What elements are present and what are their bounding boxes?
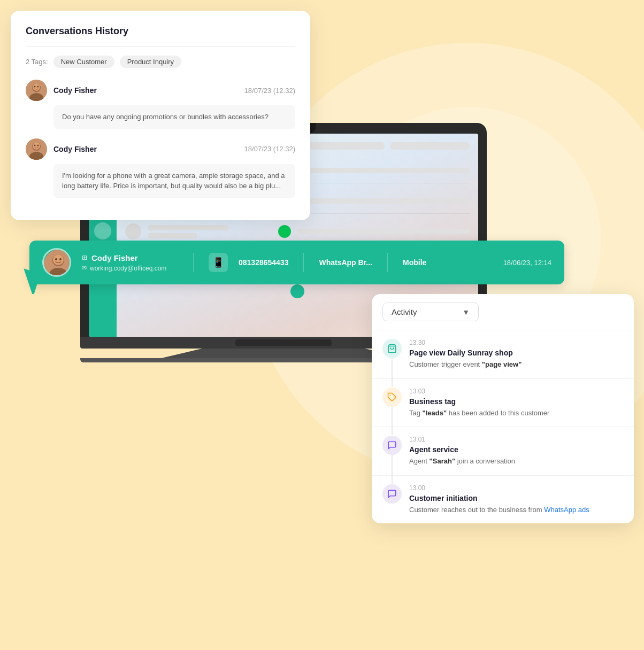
chat-icon-3 — [387, 440, 397, 450]
contact-device-field: Mobile — [403, 258, 426, 267]
conv-name-1: Cody Fisher — [53, 86, 97, 95]
activity-desc-2: Tag "leads" has been added to this custo… — [409, 408, 623, 419]
svg-point-15 — [53, 254, 64, 265]
activity-item-4: 13.00 Customer initiation Customer reach… — [372, 476, 634, 524]
svg-point-4 — [34, 86, 36, 88]
contact-date: 18/06/23, 12:14 — [503, 259, 551, 267]
conv-name-2: Cody Fisher — [53, 145, 97, 153]
contact-device-value: Mobile — [403, 258, 426, 267]
tag-icon — [387, 392, 397, 402]
activity-time-2: 13.03 — [409, 388, 623, 395]
whatsapp-badge-icon: 📱 — [212, 257, 224, 268]
contact-channel-field: WhatsApp Br... — [319, 258, 372, 267]
list-bars-3 — [148, 225, 272, 238]
contact-phone-value: 081328654433 — [239, 258, 288, 267]
activity-title-4: Customer initiation — [409, 494, 623, 502]
contact-separator-3 — [387, 253, 388, 272]
avatar-1 — [26, 80, 47, 101]
activity-desc-1: Customer trigger event "page view" — [409, 359, 623, 370]
contact-separator-2 — [303, 253, 304, 272]
activity-time-4: 13.00 — [409, 484, 623, 492]
contact-email: working.cody@officeq.com — [90, 265, 166, 272]
laptop-base-notch — [235, 339, 332, 346]
conv-date-2: 18/07/23 (12.32) — [244, 145, 295, 153]
list-bar-3b — [148, 233, 197, 238]
list-avatar-3 — [125, 223, 141, 239]
activity-title-3: Agent service — [409, 445, 623, 454]
activity-body-4: 13.00 Customer initiation Customer reach… — [409, 484, 623, 515]
activity-list: 13.30 Page view Daily Sunray shop Custom… — [372, 330, 634, 523]
activity-title-1: Page view Daily Sunray shop — [409, 349, 623, 357]
arrow-icon — [17, 262, 49, 294]
shopping-bag-icon — [387, 344, 397, 353]
conv-item-1: Cody Fisher 18/07/23 (12.32) Do you have… — [26, 80, 295, 129]
svg-point-5 — [37, 86, 39, 88]
tag-product-inquiry[interactable]: Product Inquiry — [120, 56, 181, 68]
contact-separator-1 — [193, 253, 194, 272]
contact-phone-field: 081328654433 — [239, 258, 288, 267]
conv-meta-1: Cody Fisher 18/07/23 (12.32) — [53, 86, 295, 95]
activity-body-1: 13.30 Page view Daily Sunray shop Custom… — [409, 339, 623, 370]
svg-marker-18 — [17, 262, 49, 294]
activity-title-2: Business tag — [409, 397, 623, 406]
content-bar-3 — [390, 142, 470, 150]
bottom-circle — [290, 284, 304, 298]
contact-info: ⊞ Cody Fisher ✉ working.cody@officeq.com — [82, 253, 178, 272]
activity-dropdown-label: Activity — [392, 307, 417, 316]
contact-name: Cody Fisher — [91, 253, 138, 262]
content-bar-2 — [305, 142, 385, 150]
nav-arrow[interactable] — [17, 262, 49, 296]
conv-item-2-header: Cody Fisher 18/07/23 (12.32) — [26, 138, 295, 160]
activity-desc-4: Customer reaches out to the business fro… — [409, 505, 623, 515]
activity-desc-3: Agent "Sarah" join a conversation — [409, 456, 623, 467]
svg-point-17 — [59, 258, 62, 260]
list-bar-1c — [297, 168, 470, 173]
svg-point-11 — [37, 144, 39, 146]
whatsapp-ads-link[interactable]: WhatsApp ads — [544, 506, 589, 514]
avatar-1-img — [26, 80, 47, 101]
contact-bar: ⊞ Cody Fisher ✉ working.cody@officeq.com… — [29, 241, 564, 284]
conv-card-title: Conversations History — [26, 26, 295, 37]
contact-name-row: ⊞ Cody Fisher — [82, 253, 178, 262]
activity-body-3: 13.01 Agent service Agent "Sarah" join a… — [409, 436, 623, 467]
conv-item-2: Cody Fisher 18/07/23 (12.32) I'm looking… — [26, 138, 295, 198]
email-icon: ✉ — [82, 265, 87, 272]
conv-message-2: I'm looking for a phone with a great cam… — [53, 164, 295, 198]
activity-item-3: 13.01 Agent service Agent "Sarah" join a… — [372, 427, 634, 476]
chevron-down-icon: ▼ — [462, 308, 470, 316]
conv-date-1: 18/07/23 (12.32) — [244, 87, 295, 95]
tags-row: 2 Tags: New Customer Product Inquiry — [26, 56, 295, 68]
channel-badge-icon: 📱 — [209, 253, 228, 272]
sidebar-circle-4 — [94, 222, 111, 239]
activity-time-3: 13.01 — [409, 436, 623, 443]
conv-divider — [26, 47, 295, 47]
activity-icon-2 — [382, 388, 402, 407]
conv-item-1-header: Cody Fisher 18/07/23 (12.32) — [26, 80, 295, 101]
svg-point-3 — [33, 83, 40, 91]
svg-point-10 — [34, 144, 36, 146]
tag-new-customer[interactable]: New Customer — [53, 56, 114, 68]
conv-message-1: Do you have any ongoing promotions or bu… — [53, 105, 295, 129]
svg-point-16 — [55, 258, 57, 260]
line-icon — [278, 225, 291, 238]
list-bar-2c — [297, 198, 470, 204]
contact-channel-value: WhatsApp Br... — [319, 258, 372, 267]
activity-icon-3 — [382, 436, 402, 455]
activity-body-2: 13.03 Business tag Tag "leads" has been … — [409, 388, 623, 419]
activity-item-2: 13.03 Business tag Tag "leads" has been … — [372, 379, 634, 428]
activity-icon-4 — [382, 484, 402, 504]
chat-icon-4 — [387, 489, 397, 499]
list-bar-3c — [297, 229, 470, 234]
conversations-card: Conversations History 2 Tags: New Custom… — [11, 11, 310, 220]
activity-dropdown[interactable]: Activity ▼ — [382, 303, 479, 321]
activity-header: Activity ▼ — [372, 294, 634, 330]
avatar-2 — [26, 138, 47, 160]
conv-meta-2: Cody Fisher 18/07/23 (12.32) — [53, 145, 295, 153]
layers-icon: ⊞ — [82, 254, 87, 261]
list-bar-3a — [148, 225, 228, 230]
tags-label: 2 Tags: — [26, 58, 48, 66]
activity-item-1: 13.30 Page view Daily Sunray shop Custom… — [372, 330, 634, 379]
avatar-2-img — [26, 138, 47, 160]
activity-time-1: 13.30 — [409, 339, 623, 346]
activity-icon-1 — [382, 339, 402, 358]
